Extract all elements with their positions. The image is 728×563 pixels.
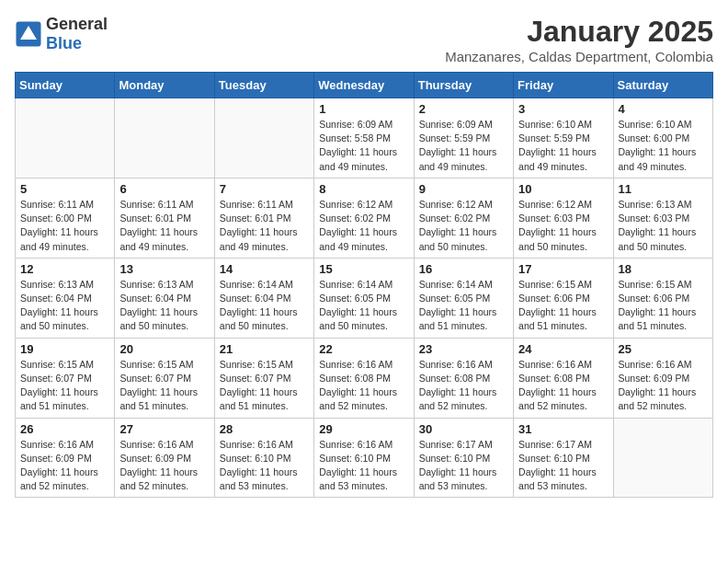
calendar-cell: 21Sunrise: 6:15 AM Sunset: 6:07 PM Dayli… xyxy=(214,338,313,418)
calendar-cell: 17Sunrise: 6:15 AM Sunset: 6:06 PM Dayli… xyxy=(514,258,613,338)
calendar-cell: 22Sunrise: 6:16 AM Sunset: 6:08 PM Dayli… xyxy=(314,338,414,418)
day-number: 3 xyxy=(518,102,608,116)
weekday-header-tuesday: Tuesday xyxy=(214,73,313,98)
weekday-header-sunday: Sunday xyxy=(16,73,115,98)
day-number: 15 xyxy=(319,262,408,276)
day-number: 12 xyxy=(20,262,109,276)
calendar-cell: 8Sunrise: 6:12 AM Sunset: 6:02 PM Daylig… xyxy=(314,178,414,258)
calendar-cell: 19Sunrise: 6:15 AM Sunset: 6:07 PM Dayli… xyxy=(16,338,115,418)
weekday-header-saturday: Saturday xyxy=(613,73,712,98)
general-blue-icon xyxy=(15,20,42,48)
calendar-table: SundayMondayTuesdayWednesdayThursdayFrid… xyxy=(15,72,713,498)
calendar-cell: 27Sunrise: 6:16 AM Sunset: 6:09 PM Dayli… xyxy=(115,418,214,498)
day-number: 23 xyxy=(419,342,508,356)
day-number: 6 xyxy=(119,182,209,196)
day-info: Sunrise: 6:13 AM Sunset: 6:04 PM Dayligh… xyxy=(20,278,109,334)
logo-text: General Blue xyxy=(15,15,108,53)
day-info: Sunrise: 6:16 AM Sunset: 6:08 PM Dayligh… xyxy=(419,358,508,414)
day-info: Sunrise: 6:15 AM Sunset: 6:06 PM Dayligh… xyxy=(518,278,608,334)
calendar-cell: 30Sunrise: 6:17 AM Sunset: 6:10 PM Dayli… xyxy=(414,418,513,498)
calendar-cell: 6Sunrise: 6:11 AM Sunset: 6:01 PM Daylig… xyxy=(115,178,214,258)
calendar-cell: 20Sunrise: 6:15 AM Sunset: 6:07 PM Dayli… xyxy=(115,338,214,418)
day-info: Sunrise: 6:14 AM Sunset: 6:04 PM Dayligh… xyxy=(220,278,309,334)
day-info: Sunrise: 6:17 AM Sunset: 6:10 PM Dayligh… xyxy=(419,438,508,494)
day-number: 28 xyxy=(220,422,309,436)
day-info: Sunrise: 6:16 AM Sunset: 6:09 PM Dayligh… xyxy=(119,438,209,494)
day-info: Sunrise: 6:16 AM Sunset: 6:08 PM Dayligh… xyxy=(319,358,408,414)
calendar-cell: 5Sunrise: 6:11 AM Sunset: 6:00 PM Daylig… xyxy=(16,178,115,258)
day-number: 16 xyxy=(419,262,508,276)
calendar-cell: 10Sunrise: 6:12 AM Sunset: 6:03 PM Dayli… xyxy=(514,178,613,258)
day-info: Sunrise: 6:16 AM Sunset: 6:09 PM Dayligh… xyxy=(20,438,109,494)
calendar-cell: 26Sunrise: 6:16 AM Sunset: 6:09 PM Dayli… xyxy=(16,418,115,498)
calendar-cell: 11Sunrise: 6:13 AM Sunset: 6:03 PM Dayli… xyxy=(613,178,712,258)
month-title: January 2025 xyxy=(445,15,713,49)
calendar-cell: 29Sunrise: 6:16 AM Sunset: 6:10 PM Dayli… xyxy=(314,418,414,498)
weekday-header-friday: Friday xyxy=(514,73,613,98)
calendar-cell: 14Sunrise: 6:14 AM Sunset: 6:04 PM Dayli… xyxy=(214,258,313,338)
location-title: Manzanares, Caldas Department, Colombia xyxy=(445,49,713,64)
calendar-cell: 15Sunrise: 6:14 AM Sunset: 6:05 PM Dayli… xyxy=(314,258,414,338)
day-number: 26 xyxy=(20,422,109,436)
day-number: 17 xyxy=(518,262,608,276)
calendar-cell: 3Sunrise: 6:10 AM Sunset: 5:59 PM Daylig… xyxy=(514,98,613,178)
day-number: 1 xyxy=(319,102,408,116)
calendar-cell xyxy=(613,418,712,498)
calendar-cell: 4Sunrise: 6:10 AM Sunset: 6:00 PM Daylig… xyxy=(613,98,712,178)
day-number: 27 xyxy=(119,422,209,436)
logo: General Blue xyxy=(15,15,108,53)
day-info: Sunrise: 6:15 AM Sunset: 6:07 PM Dayligh… xyxy=(220,358,309,414)
day-info: Sunrise: 6:17 AM Sunset: 6:10 PM Dayligh… xyxy=(518,438,608,494)
day-info: Sunrise: 6:16 AM Sunset: 6:08 PM Dayligh… xyxy=(518,358,608,414)
calendar-week-5: 26Sunrise: 6:16 AM Sunset: 6:09 PM Dayli… xyxy=(16,418,713,498)
day-info: Sunrise: 6:12 AM Sunset: 6:02 PM Dayligh… xyxy=(319,198,408,254)
day-number: 14 xyxy=(220,262,309,276)
weekday-header-thursday: Thursday xyxy=(414,73,513,98)
day-info: Sunrise: 6:10 AM Sunset: 5:59 PM Dayligh… xyxy=(518,118,608,174)
calendar-cell: 2Sunrise: 6:09 AM Sunset: 5:59 PM Daylig… xyxy=(414,98,513,178)
calendar-cell xyxy=(115,98,214,178)
calendar-cell: 1Sunrise: 6:09 AM Sunset: 5:58 PM Daylig… xyxy=(314,98,414,178)
calendar-cell: 16Sunrise: 6:14 AM Sunset: 6:05 PM Dayli… xyxy=(414,258,513,338)
day-number: 25 xyxy=(619,342,708,356)
title-block: January 2025 Manzanares, Caldas Departme… xyxy=(445,15,713,64)
day-info: Sunrise: 6:09 AM Sunset: 5:59 PM Dayligh… xyxy=(419,118,508,174)
day-number: 4 xyxy=(619,102,708,116)
calendar-cell xyxy=(16,98,115,178)
day-info: Sunrise: 6:14 AM Sunset: 6:05 PM Dayligh… xyxy=(419,278,508,334)
day-number: 29 xyxy=(319,422,408,436)
calendar-cell: 13Sunrise: 6:13 AM Sunset: 6:04 PM Dayli… xyxy=(115,258,214,338)
day-info: Sunrise: 6:14 AM Sunset: 6:05 PM Dayligh… xyxy=(319,278,408,334)
day-info: Sunrise: 6:11 AM Sunset: 6:00 PM Dayligh… xyxy=(20,198,109,254)
day-info: Sunrise: 6:15 AM Sunset: 6:06 PM Dayligh… xyxy=(619,278,708,334)
calendar-week-2: 5Sunrise: 6:11 AM Sunset: 6:00 PM Daylig… xyxy=(16,178,713,258)
calendar-cell xyxy=(214,98,313,178)
day-info: Sunrise: 6:12 AM Sunset: 6:03 PM Dayligh… xyxy=(518,198,608,254)
day-number: 13 xyxy=(119,262,209,276)
day-number: 7 xyxy=(220,182,309,196)
day-number: 21 xyxy=(220,342,309,356)
day-number: 30 xyxy=(419,422,508,436)
day-info: Sunrise: 6:11 AM Sunset: 6:01 PM Dayligh… xyxy=(220,198,309,254)
calendar-cell: 7Sunrise: 6:11 AM Sunset: 6:01 PM Daylig… xyxy=(214,178,313,258)
calendar-cell: 28Sunrise: 6:16 AM Sunset: 6:10 PM Dayli… xyxy=(214,418,313,498)
day-info: Sunrise: 6:15 AM Sunset: 6:07 PM Dayligh… xyxy=(119,358,209,414)
day-info: Sunrise: 6:09 AM Sunset: 5:58 PM Dayligh… xyxy=(319,118,408,174)
weekday-header-monday: Monday xyxy=(115,73,214,98)
calendar-cell: 31Sunrise: 6:17 AM Sunset: 6:10 PM Dayli… xyxy=(514,418,613,498)
day-info: Sunrise: 6:15 AM Sunset: 6:07 PM Dayligh… xyxy=(20,358,109,414)
calendar-header: SundayMondayTuesdayWednesdayThursdayFrid… xyxy=(16,73,713,98)
calendar-cell: 23Sunrise: 6:16 AM Sunset: 6:08 PM Dayli… xyxy=(414,338,513,418)
day-number: 18 xyxy=(619,262,708,276)
calendar-cell: 18Sunrise: 6:15 AM Sunset: 6:06 PM Dayli… xyxy=(613,258,712,338)
weekday-header-row: SundayMondayTuesdayWednesdayThursdayFrid… xyxy=(16,73,713,98)
weekday-header-wednesday: Wednesday xyxy=(314,73,414,98)
logo-blue-text: Blue xyxy=(46,34,82,52)
day-number: 5 xyxy=(20,182,109,196)
day-info: Sunrise: 6:16 AM Sunset: 6:09 PM Dayligh… xyxy=(619,358,708,414)
logo-general-text: General xyxy=(46,15,108,33)
day-number: 11 xyxy=(619,182,708,196)
day-info: Sunrise: 6:10 AM Sunset: 6:00 PM Dayligh… xyxy=(619,118,708,174)
day-number: 24 xyxy=(518,342,608,356)
calendar-body: 1Sunrise: 6:09 AM Sunset: 5:58 PM Daylig… xyxy=(16,98,713,498)
